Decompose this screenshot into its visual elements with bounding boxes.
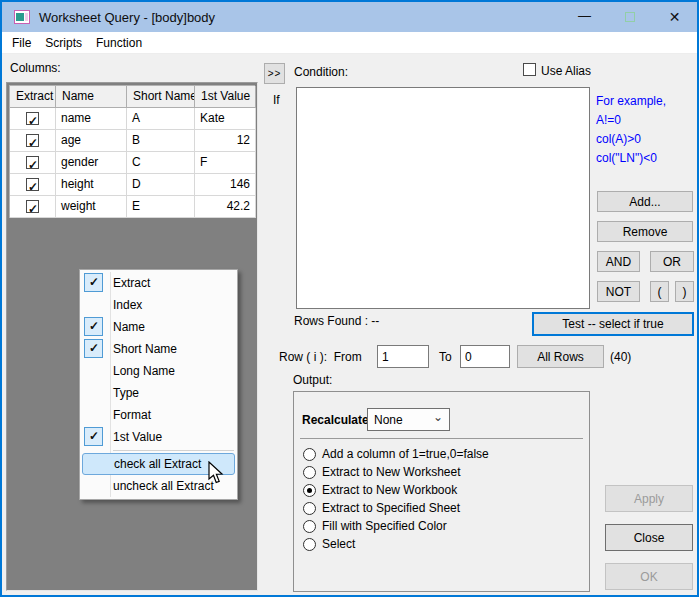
output-option[interactable]: Select [303, 535, 489, 553]
table-cell-name: gender [56, 152, 127, 174]
extract-checkbox[interactable] [26, 178, 39, 191]
ok-button[interactable]: OK [605, 563, 693, 590]
recalculate-dropdown[interactable]: None ⌄ [367, 408, 450, 431]
table-cell-name: weight [56, 196, 127, 218]
example-line: col("LN")<0 [596, 149, 666, 168]
example-line: A!=0 [596, 111, 666, 130]
context-menu-action-label: uncheck all Extract [113, 475, 214, 497]
table-cell-extract [10, 152, 56, 174]
table-cell-first-value: Kate [195, 108, 256, 130]
recalculate-value: None [374, 413, 403, 427]
worksheet-icon [14, 10, 30, 24]
table-cell-short-name: E [127, 196, 195, 218]
output-option[interactable]: Fill with Specified Color [303, 517, 489, 535]
use-alias-checkbox[interactable] [523, 63, 536, 76]
close-paren-button[interactable]: ) [675, 281, 694, 302]
minimize-icon: — [578, 8, 591, 23]
apply-button[interactable]: Apply [605, 485, 693, 512]
or-button[interactable]: OR [650, 251, 694, 272]
if-label: If [273, 93, 280, 107]
titlebar[interactable]: Worksheet Query - [body]body — ✕ [2, 2, 697, 32]
output-label: Output: [293, 373, 332, 387]
context-menu-item[interactable]: Format [80, 404, 237, 426]
table-cell-extract [10, 108, 56, 130]
context-menu-item-label: Index [113, 294, 142, 316]
open-paren-button[interactable]: ( [650, 281, 669, 302]
table-cell-short-name: D [127, 174, 195, 196]
condition-input[interactable] [296, 87, 590, 309]
table-cell-first-value: F [195, 152, 256, 174]
output-option[interactable]: Extract to Specified Sheet [303, 499, 489, 517]
radio-icon [303, 520, 316, 533]
output-option-label: Add a column of 1=true,0=false [322, 447, 489, 461]
table-cell-name: age [56, 130, 127, 152]
output-option-label: Extract to New Worksheet [322, 465, 461, 479]
table-cell-name: name [56, 108, 127, 130]
checkmark-icon [84, 427, 103, 446]
context-menu-item-label: Long Name [113, 360, 175, 382]
table-cell-short-name: B [127, 130, 195, 152]
context-menu-item[interactable]: 1st Value [80, 426, 237, 448]
output-option-label: Select [322, 537, 355, 551]
mouse-cursor [207, 461, 224, 485]
table-cell-first-value: 12 [195, 130, 256, 152]
menubar-item[interactable]: Scripts [38, 32, 89, 54]
radio-icon [303, 538, 316, 551]
extract-checkbox[interactable] [26, 200, 39, 213]
condition-label: Condition: [294, 65, 348, 79]
context-menu-item[interactable]: Short Name [80, 338, 237, 360]
close-dialog-button[interactable]: Close [605, 524, 693, 551]
extract-checkbox[interactable] [26, 156, 39, 169]
extract-checkbox[interactable] [26, 134, 39, 147]
context-menu-item-label: Format [113, 404, 151, 426]
row-to-input[interactable] [460, 345, 510, 368]
table-cell-extract [10, 196, 56, 218]
maximize-button[interactable] [607, 2, 652, 32]
output-option[interactable]: Extract to New Worksheet [303, 463, 489, 481]
checkmark-icon [84, 317, 103, 336]
row-from-input[interactable] [377, 345, 429, 368]
extract-checkbox[interactable] [26, 112, 39, 125]
condition-examples: For example,A!=0col(A)>0col("LN")<0 [596, 92, 666, 168]
output-option-label: Extract to New Workbook [322, 483, 457, 497]
test-button[interactable]: Test -- select if true [532, 312, 694, 336]
context-menu-item-label: Name [113, 316, 145, 338]
maximize-icon [625, 12, 635, 22]
worksheet-query-dialog: Worksheet Query - [body]body — ✕ File Sc… [0, 0, 699, 597]
checkmark-icon [84, 339, 103, 358]
chevron-down-icon: ⌄ [433, 410, 443, 424]
table-cell-extract [10, 130, 56, 152]
context-menu-item[interactable]: Index [80, 294, 237, 316]
minimize-button[interactable]: — [562, 2, 607, 32]
context-menu-item[interactable]: Type [80, 382, 237, 404]
context-menu-item-label: 1st Value [113, 426, 162, 448]
table-header-cell[interactable]: Name [56, 86, 127, 108]
menubar-item[interactable]: Function [89, 32, 149, 54]
output-option[interactable]: Extract to New Workbook [303, 481, 489, 499]
table-cell-short-name: C [127, 152, 195, 174]
table-header-cell[interactable]: Short Name [127, 86, 195, 108]
table-cell-first-value: 146 [195, 174, 256, 196]
use-alias-label[interactable]: Use Alias [541, 64, 591, 78]
close-button[interactable]: ✕ [652, 2, 697, 32]
expand-panel-button[interactable]: >> [264, 63, 285, 84]
output-options: Add a column of 1=true,0=false Extract t… [303, 445, 489, 553]
all-rows-button[interactable]: All Rows [517, 345, 604, 368]
columns-label: Columns: [10, 61, 61, 75]
row-range-label: Row ( i ): From [279, 350, 362, 364]
add-button[interactable]: Add... [597, 191, 693, 212]
menubar-item[interactable]: File [5, 32, 38, 54]
radio-icon [303, 448, 316, 461]
context-menu-item[interactable]: Long Name [80, 360, 237, 382]
context-menu-item[interactable]: Name [80, 316, 237, 338]
and-button[interactable]: AND [597, 251, 640, 272]
not-button[interactable]: NOT [597, 281, 640, 302]
output-option[interactable]: Add a column of 1=true,0=false [303, 445, 489, 463]
table-header-cell[interactable]: Extract [10, 86, 56, 108]
example-line: col(A)>0 [596, 130, 666, 149]
context-menu-item[interactable]: Extract [80, 272, 237, 294]
table-header-cell[interactable]: 1st Value [195, 86, 256, 108]
context-menu-item-label: Type [113, 382, 139, 404]
remove-button[interactable]: Remove [597, 221, 693, 242]
output-option-label: Fill with Specified Color [322, 519, 447, 533]
